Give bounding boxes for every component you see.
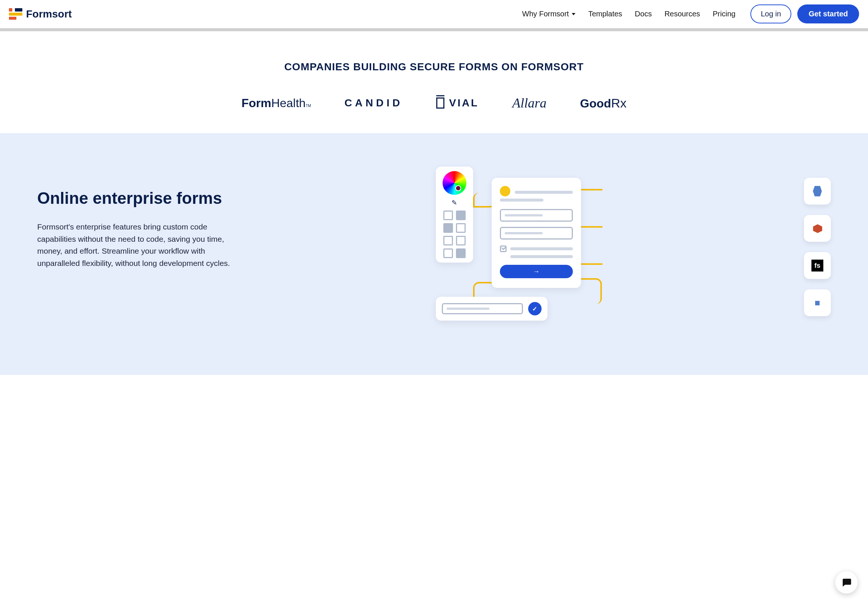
nav-pricing-label: Pricing: [713, 10, 735, 18]
integration-tile: fs: [804, 252, 831, 279]
login-button[interactable]: Log in: [750, 5, 792, 23]
color-picker-card: ✎: [436, 167, 473, 263]
placeholder-line: [515, 191, 573, 194]
swatch: [456, 210, 466, 220]
integration-tile: [804, 178, 831, 205]
form-field: [500, 227, 573, 239]
nav-why-formsort[interactable]: Why Formsort: [522, 10, 576, 18]
placeholder-line: [505, 232, 542, 234]
connector-wire: [580, 263, 603, 265]
placeholder-line: [505, 214, 542, 216]
placeholder-line: [510, 247, 573, 250]
logo-mark-icon: [9, 8, 22, 21]
logo-vial: VIAL: [436, 97, 479, 109]
companies-section: COMPANIES BUILDING SECURE FORMS ON FORMS…: [0, 31, 868, 133]
header-divider: [0, 28, 868, 31]
nav-why-label: Why Formsort: [522, 10, 569, 18]
form-field: [500, 209, 573, 222]
feature-title: Online enterprise forms: [37, 189, 402, 207]
form-preview-card: →: [492, 178, 581, 288]
logo-goodrx-b: Rx: [611, 96, 627, 110]
eyedropper-icon: ✎: [440, 199, 469, 207]
arrow-right-icon: →: [533, 268, 540, 276]
swatch: [443, 223, 453, 233]
companies-heading: COMPANIES BUILDING SECURE FORMS ON FORMS…: [0, 61, 868, 73]
swatch: [443, 236, 453, 246]
logo-goodrx: GoodRx: [580, 96, 626, 110]
submit-pill: →: [500, 265, 573, 278]
feature-illustration: ✎: [417, 167, 831, 330]
checkbox-icon: [500, 246, 507, 252]
connector-wire: [580, 226, 603, 228]
vial-icon: [436, 97, 445, 109]
logo-allara: Allara: [512, 95, 546, 111]
checkbox-row: [500, 246, 573, 252]
swatch: [443, 249, 453, 258]
swatch: [443, 210, 453, 220]
nav-docs[interactable]: Docs: [635, 10, 652, 18]
swatch: [456, 236, 466, 246]
integration-icon: [813, 186, 822, 196]
feature-section: Online enterprise forms Formsort's enter…: [0, 133, 868, 375]
logo-formhealth-a: Form: [242, 96, 271, 110]
logo-formhealth: FormHealthTM: [242, 96, 311, 110]
input-validation-card: ✓: [436, 297, 547, 321]
chevron-down-icon: [572, 13, 575, 15]
logo-candid: CANDID: [345, 97, 403, 109]
swatch: [456, 223, 466, 233]
nav-resources[interactable]: Resources: [664, 10, 700, 18]
feature-body: Formsort's enterprise features bring cus…: [37, 221, 246, 269]
integration-icon: fs: [811, 260, 823, 272]
swatch: [456, 249, 466, 258]
connector-wire: [580, 189, 603, 190]
swatch-grid: [440, 210, 469, 258]
color-wheel-icon: [443, 171, 467, 195]
get-started-button[interactable]: Get started: [797, 5, 859, 23]
placeholder-line: [446, 307, 490, 310]
brand-name: Formsort: [26, 8, 72, 20]
feature-copy: Online enterprise forms Formsort's enter…: [37, 167, 402, 330]
placeholder-line: [500, 199, 544, 202]
form-field: [442, 303, 523, 314]
site-header: Formsort Why Formsort Templates Docs Res…: [0, 0, 868, 28]
check-badge-icon: ✓: [528, 302, 542, 315]
nav-resources-label: Resources: [664, 10, 700, 18]
logo-formhealth-b: Health: [271, 96, 306, 110]
company-logo-row: FormHealthTM CANDID VIAL Allara GoodRx: [0, 95, 868, 111]
logo-formhealth-tm: TM: [305, 104, 311, 108]
avatar-dot-icon: [500, 186, 510, 196]
integration-icon: ◆: [812, 297, 823, 308]
placeholder-line: [510, 255, 573, 258]
nav-pricing[interactable]: Pricing: [713, 10, 735, 18]
primary-nav: Why Formsort Templates Docs Resources Pr…: [522, 10, 735, 18]
nav-docs-label: Docs: [635, 10, 652, 18]
integration-tile: ⬢: [804, 215, 831, 242]
integration-tile: ◆: [804, 289, 831, 316]
auth-actions: Log in Get started: [750, 5, 859, 23]
logo-goodrx-a: Good: [580, 97, 611, 110]
logo-vial-text: VIAL: [449, 97, 479, 109]
brand-logo[interactable]: Formsort: [9, 8, 72, 21]
nav-templates-label: Templates: [588, 10, 622, 18]
integration-icon: ⬢: [812, 222, 823, 235]
nav-templates[interactable]: Templates: [588, 10, 622, 18]
